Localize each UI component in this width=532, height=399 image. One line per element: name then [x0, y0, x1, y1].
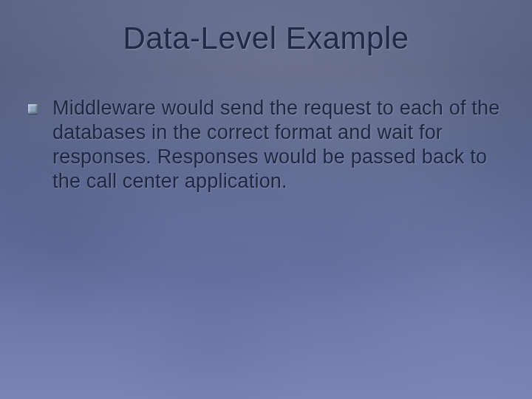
- bullet-item: Middleware would send the request to eac…: [28, 96, 502, 194]
- square-bullet-icon: [28, 104, 38, 114]
- bullet-text: Middleware would send the request to eac…: [52, 96, 502, 194]
- slide-title: Data-Level Example: [0, 21, 532, 56]
- slide: Data-Level Example Middleware would send…: [0, 0, 532, 399]
- slide-body: Middleware would send the request to eac…: [28, 96, 502, 194]
